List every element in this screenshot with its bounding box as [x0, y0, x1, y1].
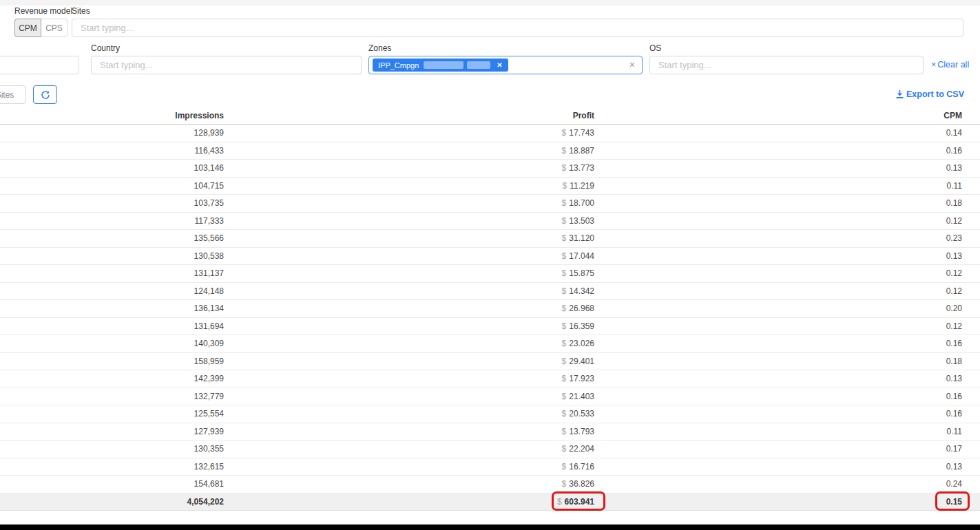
revenue-model-cps-button[interactable]: CPS [41, 19, 67, 37]
profit-value: 13.793 [569, 427, 594, 436]
table-row: 142,399 $17.923 0.13 [0, 370, 980, 388]
table-row: 130,538 $17.044 0.13 [0, 248, 980, 266]
profit-cell: $17.923 [224, 374, 594, 383]
currency-symbol: $ [562, 128, 567, 138]
profit-value: 20.533 [569, 409, 594, 418]
export-label: Export to CSV [906, 89, 964, 99]
currency-symbol: $ [557, 497, 562, 507]
profit-value: 36.826 [569, 479, 594, 489]
os-label: OS [649, 43, 661, 53]
os-input[interactable] [649, 56, 924, 74]
totals-impressions-cell: 4,054,202 [0, 497, 224, 507]
totals-cpm-cell: 0.15 [594, 497, 962, 507]
cpm-cell: 0.16 [594, 409, 962, 418]
currency-symbol: $ [562, 462, 567, 471]
table-row: 116,433 $18.887 0.16 [0, 142, 980, 160]
table-row: 128,939 $17.743 0.14 [0, 125, 980, 142]
cpm-cell: 0.23 [594, 233, 962, 243]
profit-cell: $22.204 [224, 444, 594, 454]
cutoff-left-input[interactable] [0, 56, 79, 74]
bottom-black-bar [0, 524, 980, 530]
impressions-cell: 127,939 [0, 427, 224, 436]
clear-all-link[interactable]: ×Clear all [931, 60, 969, 70]
table-row: 124,148 $14.342 0.12 [0, 283, 980, 301]
impressions-cell: 124,148 [0, 286, 224, 296]
table-row: 127,939 $13.793 0.11 [0, 423, 980, 441]
cpm-cell: 0.13 [594, 462, 962, 471]
impressions-cell: 116,433 [0, 146, 224, 156]
revenue-model-toggle: CPM CPS [14, 19, 67, 37]
impressions-cell: 142,399 [0, 374, 224, 383]
redacted-text-block [467, 61, 490, 69]
cpm-cell: 0.13 [594, 163, 962, 173]
currency-symbol: $ [562, 268, 567, 278]
table-row: 117,333 $13.503 0.12 [0, 213, 980, 231]
refresh-button[interactable] [33, 85, 57, 104]
table-row: 136,134 $26.968 0.20 [0, 300, 980, 318]
refresh-icon [41, 90, 50, 100]
cpm-cell: 0.13 [594, 251, 962, 261]
country-input[interactable] [91, 56, 362, 74]
currency-symbol: $ [562, 198, 567, 208]
profit-cell: $23.026 [224, 339, 594, 348]
profit-value: 17.923 [569, 374, 594, 383]
export-to-csv-link[interactable]: Export to CSV [896, 89, 964, 99]
profit-cell: $14.342 [224, 286, 594, 296]
profit-cell: $31.120 [224, 233, 594, 243]
totals-profit-value: 603.941 [565, 497, 594, 507]
cpm-cell: 0.12 [594, 286, 962, 296]
profit-value: 23.026 [569, 339, 594, 348]
redacted-text-block [424, 61, 463, 69]
download-icon [896, 90, 904, 98]
profit-value: 22.204 [569, 444, 594, 454]
profit-cell: $16.359 [224, 321, 594, 331]
profit-value: 11.219 [570, 181, 594, 191]
impressions-cell: 130,355 [0, 444, 224, 454]
profit-value: 21.403 [569, 392, 594, 401]
zones-clear-icon[interactable]: × [629, 59, 635, 70]
cpm-cell: 0.17 [594, 444, 962, 454]
clear-all-x-icon: × [931, 60, 936, 70]
currency-symbol: $ [562, 251, 567, 261]
table-row: 104,715 $11.219 0.11 [0, 178, 980, 195]
cpm-cell: 0.16 [594, 146, 962, 156]
zones-input[interactable]: IPP_Cmpgn ✕ × [368, 56, 643, 74]
sites-input[interactable] [72, 19, 963, 37]
top-background-strip [0, 0, 980, 6]
cpm-cell: 0.18 [594, 357, 962, 366]
profit-value: 16.716 [569, 462, 594, 471]
impressions-cell: 140,309 [0, 339, 224, 348]
table-row: 132,615 $16.716 0.13 [0, 458, 980, 476]
impressions-cell: 131,137 [0, 268, 224, 278]
profit-value: 14.342 [569, 286, 594, 296]
impressions-cell: 125,554 [0, 409, 224, 418]
impressions-cell: 135,566 [0, 233, 224, 243]
zone-tag-remove-icon[interactable]: ✕ [497, 61, 502, 69]
currency-symbol: $ [562, 374, 567, 383]
profit-cell: $13.793 [224, 427, 594, 436]
zone-tag-chip: IPP_Cmpgn ✕ [373, 59, 508, 72]
table-row: 132,779 $21.403 0.16 [0, 388, 980, 406]
revenue-model-label: Revenue model [14, 6, 72, 16]
table-row: 103,146 $13.773 0.13 [0, 160, 980, 178]
impressions-cell: 130,538 [0, 251, 224, 261]
column-header-impressions[interactable]: Impressions [0, 111, 224, 120]
profit-value: 16.359 [569, 321, 594, 331]
column-header-profit[interactable]: Profit [224, 111, 594, 120]
cpm-cell: 0.16 [594, 392, 962, 401]
profit-cell: $29.401 [224, 357, 594, 366]
sites-button[interactable]: Sites [0, 85, 26, 104]
currency-symbol: $ [562, 444, 567, 454]
currency-symbol: $ [562, 233, 567, 243]
cpm-cell: 0.16 [594, 339, 962, 348]
currency-symbol: $ [562, 163, 567, 173]
table-body: 128,939 $17.743 0.14 116,433 $18.887 0.1… [0, 125, 980, 494]
currency-symbol: $ [562, 339, 567, 348]
profit-cell: $18.700 [224, 198, 594, 208]
profit-value: 15.875 [569, 268, 594, 278]
table-totals-row: 4,054,202 $603.941 0.15 [0, 494, 980, 511]
cpm-cell: 0.14 [594, 128, 962, 138]
column-header-cpm[interactable]: CPM [594, 111, 962, 120]
revenue-model-cpm-button[interactable]: CPM [14, 19, 41, 37]
country-label: Country [91, 43, 120, 53]
